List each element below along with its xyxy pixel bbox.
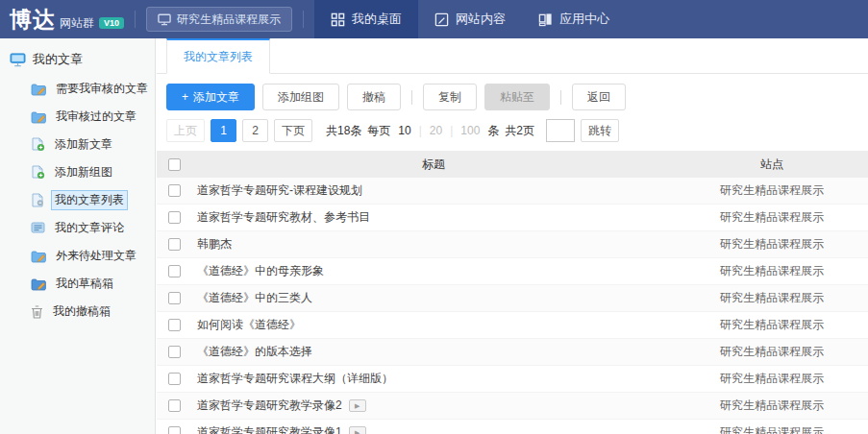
sidebar-item-my-drafts[interactable]: 我的草稿箱	[0, 270, 155, 298]
row-checkbox[interactable]	[168, 265, 181, 277]
per-page-option-20[interactable]: 20	[430, 124, 442, 137]
paste-to-button: 粘贴至	[484, 84, 550, 110]
video-icon[interactable]: ▶	[349, 426, 366, 434]
article-site: 研究生精品课程展示	[676, 290, 868, 306]
table-row[interactable]: 道家哲学专题研究教学录像2 ▶ 研究生精品课程展示	[157, 393, 868, 420]
tab-site-content[interactable]: 网站内容	[418, 0, 522, 38]
add-gallery-button[interactable]: 添加组图	[262, 84, 339, 110]
tab-label: 网站内容	[456, 11, 506, 28]
tab-label: 应用中心	[559, 11, 609, 28]
comment-list-icon	[31, 222, 45, 234]
copy-button[interactable]: 复制	[423, 84, 477, 110]
tab-my-article-list[interactable]: 我的文章列表	[166, 38, 270, 74]
article-title[interactable]: 道家哲学专题研究-课程建设规划	[197, 182, 362, 199]
row-checkbox[interactable]	[168, 292, 181, 304]
article-title[interactable]: 《道德经》中的母亲形象	[197, 263, 324, 279]
video-icon[interactable]: ▶	[349, 399, 366, 412]
article-title[interactable]: 道家哲学专题研究教材、参考书目	[197, 209, 370, 226]
row-checkbox[interactable]	[168, 238, 181, 251]
sidebar-section-my-articles[interactable]: 我的文章	[0, 46, 155, 75]
per-page-option-10[interactable]: 10	[398, 124, 410, 137]
page-button-1[interactable]: 1	[211, 119, 236, 142]
select-all-checkbox[interactable]	[168, 158, 181, 171]
sidebar-item-articles-to-review[interactable]: 需要我审核的文章	[0, 75, 155, 103]
sidebar-item-articles-reviewed[interactable]: 我审核过的文章	[0, 103, 155, 131]
main-content: 我的文章列表 + 添加文章 添加组图 撤稿 复制 粘贴至 返回 上页 1 2 下…	[157, 38, 868, 434]
table-row[interactable]: 《道德经》中的三类人 研究生精品课程展示	[157, 285, 868, 312]
table-row[interactable]: 道家哲学专题研究-课程建设规划 研究生精品课程展示	[157, 178, 868, 205]
sidebar-item-external-pending[interactable]: 外来待处理文章	[0, 242, 155, 270]
folder-edit-icon	[31, 83, 46, 96]
edit-pencil-icon	[434, 12, 449, 27]
header-site: 站点	[676, 157, 868, 173]
table-row[interactable]: 《道德经》中的母亲形象 研究生精品课程展示	[157, 258, 868, 285]
sidebar-item-add-gallery[interactable]: 添加新组图	[0, 158, 155, 186]
article-title[interactable]: 《道德经》的版本选择	[197, 344, 312, 360]
sidebar-item-label: 我的文章列表	[51, 190, 128, 210]
jump-button[interactable]: 跳转	[581, 119, 619, 142]
article-title[interactable]: 道家哲学专题研究教学录像1	[197, 424, 342, 434]
page-add-icon	[31, 165, 45, 180]
monitor-icon	[158, 13, 171, 26]
sidebar-item-add-article[interactable]: 添加新文章	[0, 131, 155, 158]
option-separator: |	[419, 124, 422, 137]
back-button[interactable]: 返回	[572, 84, 626, 110]
next-page-button[interactable]: 下页	[274, 119, 312, 142]
per-page-option-100[interactable]: 100	[460, 124, 480, 137]
sidebar-item-my-article-comments[interactable]: 我的文章评论	[0, 214, 155, 242]
tab-my-desktop[interactable]: 我的桌面	[314, 0, 418, 38]
total-count: 共18条	[326, 123, 361, 139]
sidebar-item-label: 外来待处理文章	[52, 246, 140, 266]
article-title[interactable]: 《道德经》中的三类人	[197, 290, 312, 306]
row-checkbox[interactable]	[168, 373, 181, 385]
table-row[interactable]: 《道德经》的版本选择 研究生精品课程展示	[157, 339, 868, 366]
add-article-button[interactable]: + 添加文章	[166, 84, 255, 110]
page-button-2[interactable]: 2	[242, 119, 268, 142]
sidebar-item-label: 添加新文章	[51, 134, 116, 155]
table-row[interactable]: 道家哲学专题研究教材、参考书目 研究生精品课程展示	[157, 205, 868, 231]
table-row[interactable]: 如何阅读《道德经》 研究生精品课程展示	[157, 312, 868, 339]
topbar-divider	[135, 11, 136, 28]
table-row[interactable]: 韩鹏杰 研究生精品课程展示	[157, 231, 868, 258]
desktop-grid-icon	[331, 12, 345, 27]
row-checkbox[interactable]	[168, 426, 181, 434]
table-row[interactable]: 道家哲学专题研究课程大纲（详细版） 研究生精品课程展示	[157, 366, 868, 393]
article-title[interactable]: 如何阅读《道德经》	[197, 317, 301, 333]
unit-label: 条	[487, 123, 499, 139]
article-title[interactable]: 道家哲学专题研究课程大纲（详细版）	[197, 371, 393, 387]
article-site: 研究生精品课程展示	[676, 424, 868, 434]
jump-page-input[interactable]	[546, 119, 575, 142]
row-checkbox[interactable]	[168, 346, 181, 358]
page-list-icon	[31, 193, 45, 207]
row-checkbox[interactable]	[168, 399, 181, 412]
pagination: 上页 1 2 下页 共18条 每页 10 | 20 | 100 条 共2页 跳转	[157, 115, 868, 151]
article-site: 研究生精品课程展示	[676, 317, 868, 333]
table-row[interactable]: 道家哲学专题研究教学录像1 ▶ 研究生精品课程展示	[157, 420, 868, 434]
option-separator: |	[450, 124, 453, 137]
version-badge: V10	[99, 17, 124, 29]
button-label: 添加文章	[193, 89, 239, 106]
row-checkbox[interactable]	[168, 319, 181, 331]
sidebar-item-label: 我审核过的文章	[52, 107, 140, 127]
sidebar-item-label: 添加新组图	[51, 162, 116, 182]
toolbar: + 添加文章 添加组图 撤稿 复制 粘贴至 返回	[157, 74, 868, 115]
article-title[interactable]: 韩鹏杰	[197, 236, 232, 253]
folder-edit-icon	[31, 250, 46, 263]
tab-app-center[interactable]: 应用中心	[522, 0, 626, 38]
article-site: 研究生精品课程展示	[676, 209, 868, 226]
article-site: 研究生精品课程展示	[676, 344, 868, 360]
current-site-button[interactable]: 研究生精品课程展示	[146, 7, 292, 32]
sidebar-item-label: 我的草稿箱	[52, 274, 117, 294]
article-site: 研究生精品课程展示	[676, 182, 868, 199]
tab-label: 我的桌面	[352, 11, 402, 28]
article-title[interactable]: 道家哲学专题研究教学录像2	[197, 398, 342, 414]
monitor-icon	[10, 53, 26, 67]
row-checkbox[interactable]	[168, 184, 181, 197]
current-site-label: 研究生精品课程展示	[177, 12, 281, 28]
sidebar-item-my-article-list[interactable]: 我的文章列表	[0, 186, 155, 214]
sidebar-item-withdrawn-box[interactable]: 我的撤稿箱	[0, 298, 155, 326]
withdraw-button[interactable]: 撤稿	[347, 84, 401, 110]
article-site: 研究生精品课程展示	[676, 398, 868, 414]
logo-text: 博达	[10, 0, 56, 38]
row-checkbox[interactable]	[168, 211, 181, 224]
